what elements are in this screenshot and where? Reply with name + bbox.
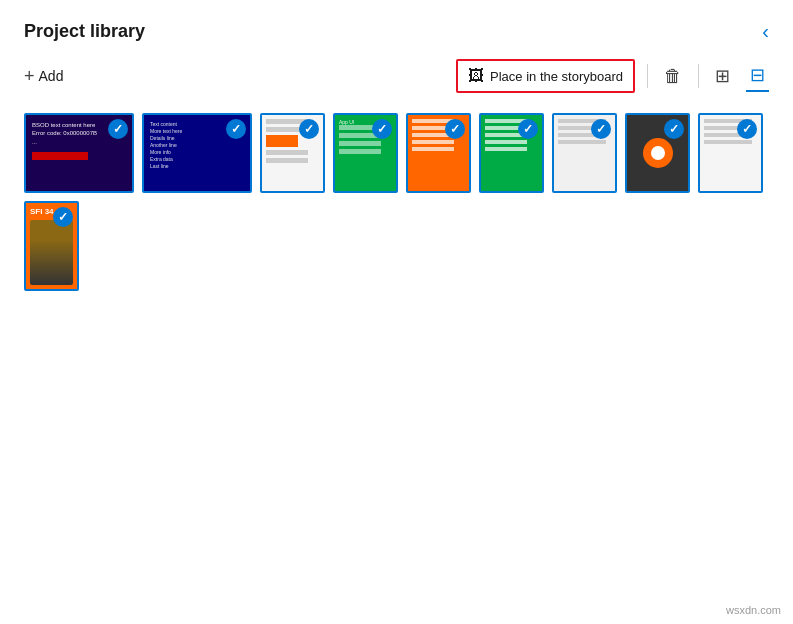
- add-label: Add: [39, 68, 64, 84]
- thumb-check: ✓: [299, 119, 319, 139]
- header: Project library ‹: [24, 20, 769, 43]
- thumb-block-orange: [266, 135, 298, 147]
- thumb-image: [30, 220, 73, 285]
- thumbnail-item[interactable]: ✓: [552, 113, 617, 193]
- thumb-block: [266, 158, 308, 163]
- thumb-block: [704, 140, 752, 144]
- add-button[interactable]: + Add: [24, 62, 63, 91]
- grid-icon-2: ⊟: [750, 65, 765, 85]
- thumb-check: ✓: [518, 119, 538, 139]
- place-in-storyboard-button[interactable]: 🖼 Place in the storyboard: [460, 63, 631, 89]
- thumbnail-item[interactable]: ✓: [698, 113, 763, 193]
- delete-button[interactable]: 🗑: [660, 62, 686, 91]
- thumb-block: [339, 149, 381, 154]
- delete-icon: 🗑: [664, 66, 682, 86]
- place-label: Place in the storyboard: [490, 69, 623, 84]
- thumbnail-grid: BSOD text content hereError code: 0x0000…: [24, 109, 769, 295]
- plus-icon: +: [24, 66, 35, 87]
- thumb-bar: [32, 152, 88, 160]
- thumb-check: ✓: [108, 119, 128, 139]
- grid-icon-1: ⊞: [715, 66, 730, 86]
- thumb-circle-inner: [651, 146, 665, 160]
- place-icon: 🖼: [468, 67, 484, 85]
- thumbnail-item[interactable]: App UI ✓: [333, 113, 398, 193]
- thumb-line: [485, 140, 527, 144]
- project-library-panel: Project library ‹ + Add 🖼 Place in the s…: [0, 0, 793, 624]
- toolbar-separator: [647, 64, 648, 88]
- thumb-face: [30, 220, 73, 285]
- thumb-circle: [643, 138, 673, 168]
- grid-view-button-2[interactable]: ⊟: [746, 60, 769, 92]
- thumb-block: [558, 140, 606, 144]
- place-btn-highlight: 🖼 Place in the storyboard: [456, 59, 635, 93]
- thumbnail-item[interactable]: Text contentMore text hereDetails lineAn…: [142, 113, 252, 193]
- thumb-check: ✓: [737, 119, 757, 139]
- thumb-check: ✓: [591, 119, 611, 139]
- toolbar-separator-2: [698, 64, 699, 88]
- thumbnail-item[interactable]: SFI 34 ✓: [24, 201, 79, 291]
- thumb-check: ✓: [226, 119, 246, 139]
- thumb-block: [339, 141, 381, 146]
- thumbnail-item[interactable]: ✓: [625, 113, 690, 193]
- thumbnail-item[interactable]: BSOD text content hereError code: 0x0000…: [24, 113, 134, 193]
- toolbar: + Add 🖼 Place in the storyboard 🗑 ⊞ ⊟: [24, 59, 769, 93]
- thumb-check: ✓: [664, 119, 684, 139]
- thumb-check: ✓: [372, 119, 392, 139]
- thumbnail-item[interactable]: ✓: [479, 113, 544, 193]
- grid-view-button-1[interactable]: ⊞: [711, 61, 734, 91]
- thumbnail-item[interactable]: ✓: [406, 113, 471, 193]
- thumb-line: [412, 140, 454, 144]
- thumb-check: ✓: [445, 119, 465, 139]
- thumbnail-item[interactable]: ✓: [260, 113, 325, 193]
- back-icon[interactable]: ‹: [762, 20, 769, 43]
- thumb-line: [412, 147, 454, 151]
- panel-title: Project library: [24, 21, 145, 42]
- thumb-block: [266, 150, 308, 155]
- thumb-check: ✓: [53, 207, 73, 227]
- watermark: wsxdn.com: [726, 604, 781, 616]
- thumb-line: [485, 147, 527, 151]
